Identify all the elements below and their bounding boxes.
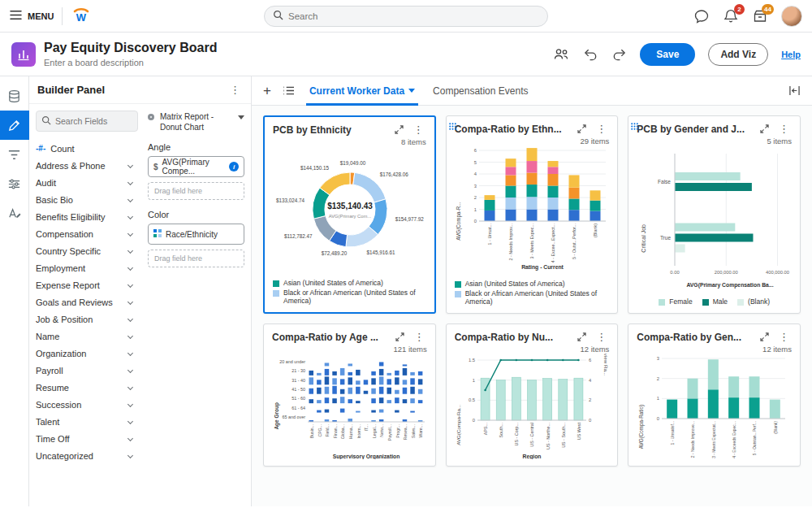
field-category[interactable]: Audit xyxy=(36,174,138,191)
drag-handle-icon[interactable] xyxy=(631,119,638,133)
matrix-chart[interactable]: 20 and under21 - 3031 - 4041 - 5051 - 60… xyxy=(272,354,426,459)
global-search[interactable] xyxy=(264,6,548,27)
kebab-menu-icon[interactable]: ⋮ xyxy=(411,124,426,136)
sheet-list-icon[interactable] xyxy=(283,85,295,96)
svg-text:Supervisory Organization: Supervisory Organization xyxy=(333,454,400,459)
chevron-down-icon[interactable] xyxy=(127,231,133,237)
topbar: MENU W 2 44 xyxy=(0,0,812,33)
field-category[interactable]: Talent xyxy=(36,413,138,430)
angle-drop-zone[interactable]: Drag field here xyxy=(148,182,244,200)
add-sheet-button[interactable]: + xyxy=(263,84,271,98)
expand-icon[interactable] xyxy=(760,332,769,341)
field-category[interactable]: Succession xyxy=(36,396,138,413)
field-category[interactable]: Resume xyxy=(36,379,138,396)
card-compa-ratio-by-ethnicity[interactable]: Compa-Ratio by Ethn... ⋮ 29 items 012345… xyxy=(446,115,619,314)
expand-icon[interactable] xyxy=(577,124,586,133)
chevron-down-icon[interactable] xyxy=(127,316,133,322)
menu-button[interactable]: MENU xyxy=(10,10,54,22)
chevron-down-icon[interactable] xyxy=(127,436,133,441)
field-category[interactable]: Basic Bio xyxy=(36,191,138,208)
field-category[interactable]: Employment xyxy=(36,259,138,276)
field-category[interactable]: Name xyxy=(36,328,138,345)
undo-icon[interactable] xyxy=(583,48,598,61)
chevron-down-icon[interactable] xyxy=(127,248,133,254)
builder-kebab-icon[interactable]: ⋮ xyxy=(227,84,243,96)
expand-icon[interactable] xyxy=(577,332,586,341)
donut-chart[interactable]: $19,049.00$176,428.06$154,977.92$145,916… xyxy=(273,146,426,272)
tab-current-worker-data[interactable]: Current Worker Data xyxy=(306,76,418,106)
chevron-down-icon[interactable] xyxy=(127,350,133,356)
kebab-menu-icon[interactable]: ⋮ xyxy=(776,331,792,343)
field-category[interactable]: Benefits Eligibility xyxy=(36,208,138,225)
rail-annotate-icon[interactable] xyxy=(0,198,29,228)
board-description[interactable]: Enter a board description xyxy=(44,58,217,67)
field-category[interactable]: Uncategorized xyxy=(36,447,138,464)
chevron-down-icon[interactable] xyxy=(127,299,133,305)
fields-search-input[interactable] xyxy=(55,116,132,126)
chevron-down-icon[interactable] xyxy=(127,402,133,407)
angle-field-chip[interactable]: $ AVG(Primary Compe... i xyxy=(148,156,244,177)
expand-icon[interactable] xyxy=(395,332,404,341)
expand-icon[interactable] xyxy=(395,125,404,134)
field-category[interactable]: Organization xyxy=(36,345,138,362)
chevron-down-icon[interactable] xyxy=(127,367,133,373)
help-link[interactable]: Help xyxy=(781,50,801,59)
global-search-input[interactable] xyxy=(288,11,539,21)
chevron-down-icon[interactable] xyxy=(127,384,133,390)
inbox-button[interactable]: 44 xyxy=(752,8,768,24)
card-compa-ratio-by-gender[interactable]: Compa-Ratio by Gen... ⋮ 12 items 01231 -… xyxy=(628,323,801,467)
field-category[interactable]: Expense Report xyxy=(36,276,138,293)
expand-icon[interactable] xyxy=(760,124,769,133)
kebab-menu-icon[interactable]: ⋮ xyxy=(776,123,792,135)
tab-compensation-events[interactable]: Compensation Events xyxy=(430,76,531,106)
profile-avatar[interactable] xyxy=(781,6,802,27)
chevron-down-icon[interactable] xyxy=(127,453,133,458)
field-category[interactable]: Job & Position xyxy=(36,310,138,328)
kebab-menu-icon[interactable]: ⋮ xyxy=(594,331,609,343)
chevron-down-icon[interactable] xyxy=(127,180,133,185)
field-count[interactable]: -#- Count xyxy=(36,140,138,157)
workday-logo[interactable]: W xyxy=(71,4,92,28)
rail-filter-icon[interactable] xyxy=(0,140,29,169)
panel-toggle-icon[interactable] xyxy=(788,85,801,96)
field-category[interactable]: Address & Phone xyxy=(36,157,138,174)
save-button[interactable]: Save xyxy=(640,43,695,66)
field-category[interactable]: Time Off xyxy=(36,430,138,447)
chart-type-select[interactable]: Matrix Report - Donut Chart xyxy=(148,112,244,132)
horizontal-bar-chart[interactable]: 0.00200,000.00400,000.00FalseTrueCritica… xyxy=(637,145,792,290)
field-category[interactable]: Goals and Reviews xyxy=(36,293,138,310)
card-pcb-by-gender-and-job[interactable]: PCB by Gender and J... ⋮ 5 items 0.00200… xyxy=(628,115,801,314)
rail-fields-icon[interactable] xyxy=(0,81,29,111)
chevron-down-icon[interactable] xyxy=(127,282,133,288)
color-drop-zone[interactable]: Drag field here xyxy=(148,250,244,267)
fields-search[interactable] xyxy=(36,111,138,132)
combo-chart[interactable]: 00.511.50246APS...South...US - Corp...US… xyxy=(455,354,609,459)
rail-settings-icon[interactable] xyxy=(0,169,29,198)
chevron-down-icon[interactable] xyxy=(127,419,133,424)
card-compa-ratio-by-age[interactable]: Compa-Ratio by Age ... ⋮ 121 items 20 an… xyxy=(263,323,436,467)
share-users-icon[interactable] xyxy=(552,47,570,61)
add-viz-button[interactable]: Add Viz xyxy=(708,43,768,66)
field-category[interactable]: Payroll xyxy=(36,362,138,379)
field-category[interactable]: Compensation xyxy=(36,225,138,242)
card-pcb-by-ethnicity[interactable]: PCB by Ethnicity ⋮ 8 items $19,049.00$17… xyxy=(263,115,436,314)
color-field-chip[interactable]: Race/Ethnicity xyxy=(148,224,244,245)
chat-button[interactable] xyxy=(693,8,710,24)
kebab-menu-icon[interactable]: ⋮ xyxy=(594,123,609,135)
stacked-bar-chart[interactable]: 01231 - Unsatisf...2 - Needs Improve...3… xyxy=(637,354,792,459)
drag-handle-icon[interactable] xyxy=(449,119,456,133)
forward-icon[interactable] xyxy=(611,48,627,61)
rail-edit-icon[interactable] xyxy=(0,111,29,140)
chevron-down-icon[interactable] xyxy=(127,333,133,339)
kebab-menu-icon[interactable]: ⋮ xyxy=(412,331,427,343)
chevron-down-icon[interactable] xyxy=(127,214,133,219)
chevron-down-icon[interactable] xyxy=(127,197,133,202)
card-compa-ratio-by-region[interactable]: Compa-Ratio by Nu... ⋮ 12 items 00.511.5… xyxy=(446,323,619,467)
items-count: 29 items xyxy=(455,137,610,145)
notifications-button[interactable]: 2 xyxy=(723,8,739,24)
info-icon[interactable]: i xyxy=(229,162,239,172)
field-category[interactable]: Country Specific xyxy=(36,242,138,259)
stacked-bar-chart[interactable]: 01234561 - Unsat...2 - Needs Improv...3 … xyxy=(455,145,609,271)
chevron-down-icon[interactable] xyxy=(127,265,133,271)
chevron-down-icon[interactable] xyxy=(127,163,133,168)
